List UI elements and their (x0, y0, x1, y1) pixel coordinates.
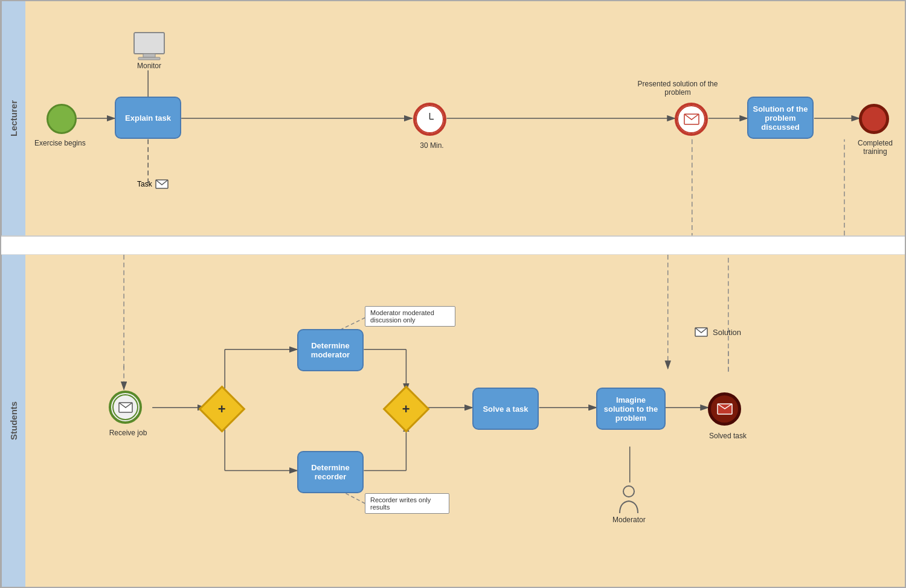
solve-task-box[interactable]: Solve a task (472, 388, 539, 430)
annotation-recorder: Recorder writes only results (365, 493, 449, 514)
solved-task-element (708, 392, 741, 426)
lane-gap (1, 237, 905, 255)
moderator-label: Moderator (612, 516, 646, 524)
person-icon (617, 484, 641, 514)
task-envelope-icon (155, 179, 169, 189)
solution-icon-element: Solution (695, 327, 741, 337)
solve-task-element[interactable]: Solve a task (472, 388, 539, 430)
determine-moderator-element[interactable]: Determine moderator (297, 329, 364, 371)
imagine-solution-box[interactable]: Imagine solution to the problem (596, 388, 666, 430)
presented-solution-label: Presented solution of the problem (635, 80, 720, 97)
annotation-recorder-text: Recorder writes only results (370, 496, 431, 511)
solved-task-circle (708, 392, 741, 426)
svg-rect-10 (134, 33, 164, 54)
students-lane: Students (1, 255, 905, 587)
presented-solution-envelope (684, 113, 699, 125)
start-event (47, 104, 77, 134)
determine-recorder-element[interactable]: Determine recorder (297, 451, 364, 493)
receive-job-label: Receive job (104, 429, 152, 437)
determine-moderator-box[interactable]: Determine moderator (297, 329, 364, 371)
task-msg-group: Task (137, 179, 169, 189)
annotation-moderator: Moderator moderated discussion only (365, 306, 455, 327)
monitor-element: Monitor (122, 31, 176, 70)
svg-rect-11 (143, 54, 155, 57)
gateway2-plus: + (402, 401, 410, 417)
diagram-wrapper: Lecturer (0, 0, 906, 588)
timer-label: 30 Min. (411, 141, 453, 150)
explain-task-box[interactable]: Explain task (115, 97, 181, 139)
solution-task-box[interactable]: Solution of the problem discussed (747, 97, 814, 139)
lecturer-lane-label: Lecturer (1, 1, 25, 235)
solution-task-element[interactable]: Solution of the problem discussed (747, 97, 814, 139)
gateway1-element: + (205, 392, 239, 426)
presented-solution-event (675, 103, 708, 136)
timer-element (413, 103, 446, 136)
clock-icon (420, 109, 440, 129)
task-msg-element: Task (137, 179, 169, 189)
students-arrows (25, 255, 905, 587)
determine-recorder-box[interactable]: Determine recorder (297, 451, 364, 493)
receive-job-circle (109, 391, 142, 424)
start-event-circle (47, 104, 77, 134)
solution-envelope-icon (695, 327, 708, 337)
gateway1-plus: + (218, 401, 226, 417)
svg-rect-17 (684, 114, 699, 124)
monitor-label: Monitor (137, 62, 161, 70)
imagine-solution-element[interactable]: Imagine solution to the problem (596, 388, 666, 430)
gateway2-diamond: + (383, 386, 430, 433)
end-event-circle (859, 104, 889, 134)
students-lane-content: Receive job + Determine moderator Determ… (25, 255, 905, 587)
monitor-icon (131, 31, 167, 62)
gateway1-diamond: + (199, 386, 246, 433)
solved-task-label: Solved task (701, 432, 755, 440)
lecturer-lane: Lecturer (1, 1, 905, 237)
presented-solution-circle (675, 103, 708, 136)
solution-label: Solution (713, 328, 741, 337)
lecturer-lane-content: Monitor Exercise begins Explain task Tas… (25, 1, 905, 235)
svg-point-14 (422, 111, 439, 128)
moderator-element: Moderator (612, 484, 646, 524)
timer-circle (413, 103, 446, 136)
students-lane-label: Students (1, 255, 25, 587)
task-label: Task (137, 180, 152, 188)
svg-point-43 (623, 486, 634, 497)
solved-task-envelope (717, 403, 733, 415)
start-event-label: Exercise begins (34, 139, 83, 147)
explain-task-element[interactable]: Explain task (115, 97, 181, 139)
end-event-label: Completed training (848, 139, 902, 156)
receive-job-envelope (118, 402, 133, 413)
end-event (859, 104, 889, 134)
annotation-moderator-text: Moderator moderated discussion only (370, 309, 434, 324)
svg-rect-12 (138, 57, 160, 60)
receive-job-element (109, 391, 142, 424)
gateway2-element: + (390, 392, 423, 426)
